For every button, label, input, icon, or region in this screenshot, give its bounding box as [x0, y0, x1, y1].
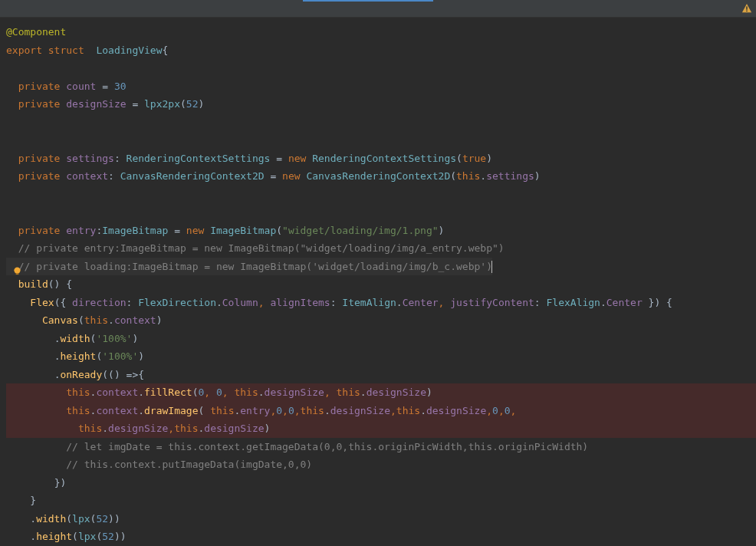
active-tab-indicator	[303, 0, 433, 2]
blank-line	[6, 203, 756, 222]
code-line: .height('100%')	[6, 347, 756, 366]
code-line: Canvas(this.context)	[6, 311, 756, 330]
blank-line	[6, 186, 756, 204]
code-editor[interactable]: @Component export struct LoadingView{ pr…	[0, 18, 756, 546]
code-line: })	[6, 474, 756, 492]
code-line-error: this.designSize,this.designSize)	[6, 419, 756, 438]
blank-line	[6, 131, 756, 150]
code-line: private settings: RenderingContextSettin…	[6, 150, 756, 168]
code-line-error: this.context.drawImage( this.entry,0,0,t…	[6, 402, 756, 420]
code-line: .width(lpx(52))	[6, 510, 756, 528]
svg-rect-1	[746, 11, 747, 12]
comment-line: // let imgDate = this.context.getImageDa…	[6, 438, 756, 456]
comment-line: // private entry:ImageBitmap = new Image…	[6, 239, 756, 258]
svg-rect-3	[16, 273, 19, 275]
decorator: @Component	[6, 26, 66, 38]
code-line-error: this.context.fillRect(0, 0, this.designS…	[6, 383, 756, 402]
code-line: }	[6, 492, 756, 510]
code-line: private designSize = lpx2px(52)	[6, 95, 756, 113]
code-line: .width('100%')	[6, 330, 756, 348]
svg-point-2	[14, 267, 20, 273]
tab-strip	[0, 0, 756, 18]
code-line: build() {	[6, 275, 756, 294]
code-line: .height(lpx(52))	[6, 528, 756, 546]
code-line: @Component	[6, 23, 756, 41]
class-name: LoadingView	[96, 44, 162, 56]
text-cursor	[491, 261, 492, 273]
code-line: Flex({ direction: FlexDirection.Column, …	[6, 294, 756, 312]
code-line: private count = 30	[6, 77, 756, 96]
svg-rect-0	[746, 6, 747, 9]
comment-line: // this.context.putImageData(imgDate,0,0…	[6, 456, 756, 474]
blank-line	[6, 59, 756, 77]
blank-line	[6, 113, 756, 132]
warning-icon[interactable]	[741, 3, 752, 14]
comment-line: // private loading:ImageBitmap = new Ima…	[6, 258, 756, 276]
lightbulb-icon[interactable]	[13, 267, 21, 275]
code-line: private context: CanvasRenderingContext2…	[6, 167, 756, 186]
code-line: .onReady(() =>{	[6, 366, 756, 384]
code-line: private entry:ImageBitmap = new ImageBit…	[6, 222, 756, 240]
code-line: export struct LoadingView{	[6, 41, 756, 60]
